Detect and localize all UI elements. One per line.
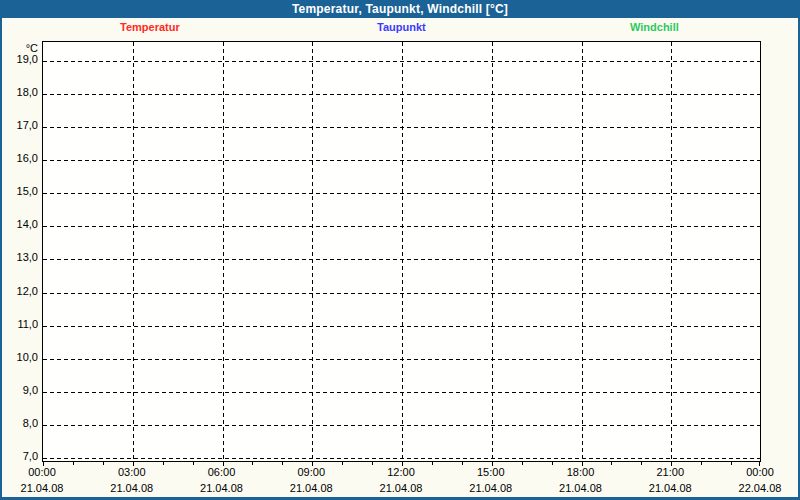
y-tick-label: 10,0 xyxy=(2,351,38,363)
y-tick-label: 19,0 xyxy=(2,53,38,65)
x-tick-time-label: 18:00 xyxy=(546,466,616,478)
x-tick-date-label: 21.04.08 xyxy=(546,482,616,494)
x-minor-tick xyxy=(462,461,463,465)
x-tick-time-label: 00:00 xyxy=(7,466,77,478)
x-tick-date-label: 22.04.08 xyxy=(725,482,795,494)
x-minor-tick xyxy=(73,461,74,465)
x-minor-tick xyxy=(193,461,194,465)
y-tick-label: 15,0 xyxy=(2,185,38,197)
x-tick-time-label: 00:00 xyxy=(725,466,795,478)
legend-item-taupunkt: Taupunkt xyxy=(377,21,426,33)
chart-content: TemperaturTaupunktWindchill °C 19,018,01… xyxy=(2,18,798,497)
x-minor-tick xyxy=(372,461,373,465)
x-tick-time-label: 15:00 xyxy=(456,466,526,478)
x-gridline xyxy=(312,42,313,461)
x-minor-tick xyxy=(103,461,104,465)
x-tick-date-label: 21.04.08 xyxy=(7,482,77,494)
chart-title: Temperatur, Taupunkt, Windchill [°C] xyxy=(292,2,508,16)
x-minor-tick xyxy=(163,461,164,465)
x-tick-time-label: 12:00 xyxy=(366,466,436,478)
y-tick-label: 13,0 xyxy=(2,251,38,263)
y-tick-label: 12,0 xyxy=(2,285,38,297)
legend-item-temperatur: Temperatur xyxy=(120,21,180,33)
x-tick-date-label: 21.04.08 xyxy=(635,482,705,494)
y-tick-label: 16,0 xyxy=(2,152,38,164)
x-minor-tick xyxy=(701,461,702,465)
x-gridline xyxy=(671,42,672,461)
x-gridline xyxy=(402,42,403,461)
title-bar: Temperatur, Taupunkt, Windchill [°C] xyxy=(0,0,800,18)
x-gridline xyxy=(133,42,134,461)
y-tick-label: 11,0 xyxy=(2,318,38,330)
y-tick-label: 9,0 xyxy=(2,384,38,396)
x-tick-date-label: 21.04.08 xyxy=(187,482,257,494)
x-tick-date-label: 21.04.08 xyxy=(97,482,167,494)
chart-window: Temperatur, Taupunkt, Windchill [°C] Tem… xyxy=(0,0,800,500)
y-tick-label: 8,0 xyxy=(2,417,38,429)
x-minor-tick xyxy=(641,461,642,465)
x-tick-date-label: 21.04.08 xyxy=(456,482,526,494)
x-minor-tick xyxy=(522,461,523,465)
x-tick-date-label: 21.04.08 xyxy=(366,482,436,494)
x-minor-tick xyxy=(282,461,283,465)
x-minor-tick xyxy=(611,461,612,465)
x-tick-date-label: 21.04.08 xyxy=(276,482,346,494)
y-tick-label: 7,0 xyxy=(2,450,38,462)
x-tick-time-label: 09:00 xyxy=(276,466,346,478)
y-tick-label: 18,0 xyxy=(2,86,38,98)
legend-item-windchill: Windchill xyxy=(630,21,679,33)
y-tick-label: 14,0 xyxy=(2,218,38,230)
x-minor-tick xyxy=(731,461,732,465)
x-tick-time-label: 06:00 xyxy=(187,466,257,478)
y-tick-label: 17,0 xyxy=(2,119,38,131)
x-minor-tick xyxy=(252,461,253,465)
x-minor-tick xyxy=(342,461,343,465)
x-tick-time-label: 03:00 xyxy=(97,466,167,478)
plot-area xyxy=(42,41,761,462)
x-minor-tick xyxy=(432,461,433,465)
x-gridline xyxy=(582,42,583,461)
x-tick-time-label: 21:00 xyxy=(635,466,705,478)
x-gridline xyxy=(223,42,224,461)
x-gridline xyxy=(492,42,493,461)
x-minor-tick xyxy=(552,461,553,465)
